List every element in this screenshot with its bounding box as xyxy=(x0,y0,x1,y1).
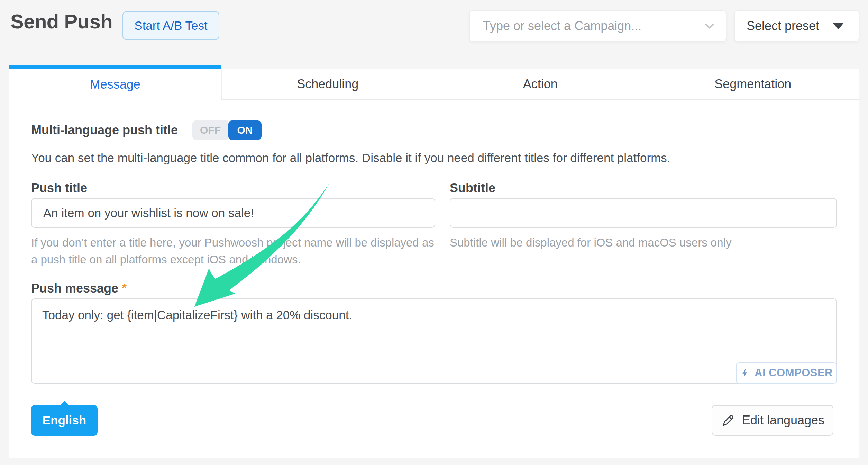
ai-composer-label: AI COMPOSER xyxy=(755,367,833,379)
campaign-input[interactable] xyxy=(470,11,693,41)
push-message-field: Today only: get {item|CapitalizeFirst} w… xyxy=(31,298,837,384)
tabbar: Message Scheduling Action Segmentation xyxy=(9,65,859,100)
push-title-label: Push title xyxy=(31,181,87,195)
tab-action[interactable]: Action xyxy=(434,69,647,100)
preset-select[interactable]: Select preset xyxy=(734,10,859,42)
caret-down-icon xyxy=(832,23,844,29)
page-title: Send Push xyxy=(10,10,112,33)
push-title-helper: If you don’t enter a title here, your Pu… xyxy=(31,234,438,268)
push-title-input[interactable] xyxy=(31,198,435,228)
toggle-on-segment[interactable]: ON xyxy=(228,120,262,140)
push-message-label-text: Push message xyxy=(31,281,118,295)
preset-select-label: Select preset xyxy=(747,19,819,33)
multi-language-label: Multi-language push title xyxy=(31,123,178,137)
edit-languages-label: Edit languages xyxy=(742,413,824,428)
toggle-off-segment[interactable]: OFF xyxy=(192,120,228,140)
multi-language-description: You can set the multi-language title com… xyxy=(31,151,837,165)
multi-language-toggle[interactable]: OFF ON xyxy=(192,120,262,140)
edit-languages-button[interactable]: Edit languages xyxy=(712,405,833,436)
tab-segmentation[interactable]: Segmentation xyxy=(647,69,859,100)
subtitle-input[interactable] xyxy=(450,198,837,228)
chevron-down-icon[interactable] xyxy=(693,18,726,34)
multi-language-row: Multi-language push title OFF ON xyxy=(31,120,262,140)
send-push-page: Send Push Start A/B Test Select preset M… xyxy=(0,0,868,465)
push-message-label: Push message* xyxy=(31,281,127,296)
subtitle-helper: Subtitle will be displayed for iOS and m… xyxy=(450,234,834,251)
tab-message[interactable]: Message xyxy=(9,65,221,100)
tab-scheduling[interactable]: Scheduling xyxy=(221,69,434,100)
campaign-select[interactable] xyxy=(469,10,726,42)
pencil-icon xyxy=(721,413,735,428)
required-asterisk: * xyxy=(122,281,127,295)
lightning-icon xyxy=(740,368,750,378)
subtitle-label: Subtitle xyxy=(450,181,495,195)
ai-composer-button[interactable]: AI COMPOSER xyxy=(736,362,837,384)
language-tab-english[interactable]: English xyxy=(31,405,98,436)
start-ab-test-button[interactable]: Start A/B Test xyxy=(122,11,219,40)
push-message-textarea[interactable]: Today only: get {item|CapitalizeFirst} w… xyxy=(31,298,837,384)
